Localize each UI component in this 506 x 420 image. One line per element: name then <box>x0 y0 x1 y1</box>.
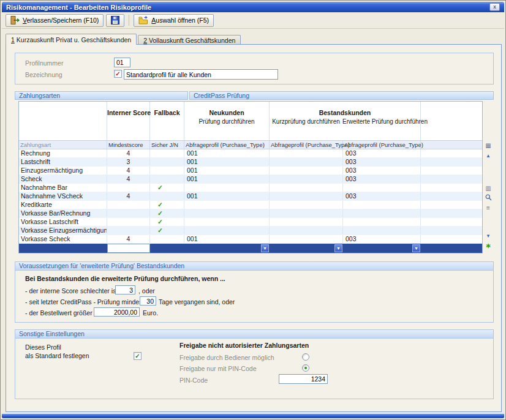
cell-name: Scheck <box>19 175 107 183</box>
cell-kurz <box>270 158 343 166</box>
table-row[interactable]: Scheck 4 001 003 <box>19 175 482 184</box>
cell-score: 4 <box>107 167 150 174</box>
cell-score: 3 <box>107 158 150 166</box>
subcol-mindestscore: Mindestscore <box>107 141 150 149</box>
cell-name: Vorkasse Einzugsermächtigung <box>19 227 107 234</box>
col-neukunden-sub: Prüfung durchführen <box>184 118 269 125</box>
score-threshold-input[interactable] <box>115 285 135 294</box>
cell-fallback: ✓ <box>150 201 184 209</box>
cell-fallback <box>150 235 184 243</box>
close-icon: x <box>493 4 496 10</box>
payment-grid-section: Zahlungsarten CreditPass Prüfung Interne… <box>15 91 494 255</box>
conditions-section: Voraussetzungen für 'erweiterte Prüfung'… <box>15 261 494 323</box>
close-button[interactable]: x <box>489 3 500 11</box>
cell-fallback: ✓ <box>150 209 184 217</box>
table-row[interactable]: Vorkasse Lastschrift ✓ <box>19 218 482 227</box>
cell-neu: 001 <box>184 167 270 174</box>
bezeichnung-input[interactable] <box>124 69 278 80</box>
bezeichnung-check-icon[interactable]: ✓ <box>114 70 122 78</box>
settings-section: Sonstige Einstellungen Dieses Profil als… <box>15 329 494 399</box>
col-fallback: Fallback <box>150 109 184 116</box>
tab-bar: 1Kurzauskunft Privat u. Geschäftskunden … <box>6 34 500 45</box>
cell-kurz <box>270 201 343 209</box>
cell-kurz <box>270 167 343 174</box>
sort-icon: ≡ <box>486 204 490 211</box>
cell-neu <box>184 227 270 234</box>
cell-neu: 001 <box>184 192 270 200</box>
table-menu-button[interactable]: ▦ <box>483 141 493 149</box>
conditions-intro: Bei Bestandskunden die erweiterte Prüfun… <box>25 275 225 282</box>
down-arrow-icon: ▼ <box>486 233 491 239</box>
order-value-input[interactable] <box>94 307 140 317</box>
cell-name: Vorkasse Bar/Rechnung <box>19 209 107 217</box>
cell-fallback <box>150 192 184 200</box>
table-row[interactable]: Nachnahme VScheck 4 001 003 <box>19 192 482 201</box>
table-row[interactable]: Vorkasse Bar/Rechnung ✓ <box>19 209 482 218</box>
cell-score <box>107 209 150 217</box>
save-button[interactable] <box>106 14 124 27</box>
cell-score <box>107 218 150 226</box>
title-bar: Risikomanagement - Bearbeiten Risikoprof… <box>2 2 504 12</box>
pin-code-label: PIN-Code <box>179 377 208 384</box>
search-button[interactable] <box>483 193 493 202</box>
table-row[interactable]: Vorkasse Scheck 4 001 003 <box>19 235 482 244</box>
col-kurzpruefung-sub: Kurzprüfung durchführen <box>270 118 342 125</box>
search-icon <box>485 194 492 202</box>
zahlungsarten-header: Zahlungsarten <box>15 91 188 100</box>
dropdown-button-kurz[interactable]: ▼ <box>334 244 342 252</box>
scroll-up-button[interactable]: ▲ <box>483 151 493 160</box>
cell-neu <box>184 201 270 209</box>
pin-release-radio[interactable] <box>302 364 309 372</box>
cell-erw: 003 <box>343 192 421 200</box>
table-row-selected[interactable]: ▼ ▼ ▼ <box>19 244 482 253</box>
subcol-abfrageprofil-kurz: Abfrageprofil (Purchase_Type) <box>270 141 343 149</box>
toolbar: Verlassen/Speichern (F10) Auswahl öffnen… <box>2 12 504 29</box>
table-row[interactable]: Rechnung 4 001 003 <box>19 149 482 158</box>
cell-score <box>107 201 150 209</box>
columns-button[interactable]: ▥ <box>483 184 493 192</box>
sort-button[interactable]: ≡ <box>483 203 493 212</box>
cell-kurz <box>270 209 343 217</box>
table-row[interactable]: Lastschrift 3 001 003 <box>19 158 482 167</box>
profile-group: Profilnummer Bezeichnung ✓ <box>15 53 494 84</box>
table-row[interactable]: Einzugsermächtigung 4 001 003 <box>19 167 482 175</box>
subcol-abfrageprofil-erw: Abfrageprofil (Purchase_Type) <box>343 141 421 149</box>
col-neukunden: Neukunden <box>184 109 269 116</box>
save-exit-button[interactable]: Verlassen/Speichern (F10) <box>6 14 104 27</box>
tab-kurzauskunft[interactable]: 1Kurzauskunft Privat u. Geschäftskunden <box>6 34 137 45</box>
columns-icon: ▥ <box>485 185 491 192</box>
exit-door-icon <box>10 16 20 24</box>
table-row[interactable]: Kreditkarte ✓ <box>19 201 482 209</box>
cell-erw: 003 <box>343 167 421 174</box>
days-threshold-input[interactable] <box>140 296 156 306</box>
subcol-zahlungsart: Zahlungsart <box>19 141 107 149</box>
open-folder-icon <box>138 16 148 24</box>
conditions-header: Voraussetzungen für 'erweiterte Prüfung'… <box>15 262 493 271</box>
cell-name: Lastschrift <box>19 158 107 166</box>
window-bottom-bar <box>2 414 504 418</box>
subcol-abfrageprofil-neu: Abfrageprofil (Purchase_Type) <box>184 141 270 149</box>
cell-fallback <box>150 167 184 174</box>
cell-erw <box>343 184 421 192</box>
profilnummer-input[interactable] <box>114 58 130 67</box>
tab-vollauskunft[interactable]: 2Vollauskunft Geschäftskunden <box>138 35 241 45</box>
grid-edit-cell[interactable] <box>107 244 150 253</box>
default-profile-checkbox[interactable]: ✓ <box>134 352 142 360</box>
cell-name: Nachnahme VScheck <box>19 192 107 200</box>
table-header-groups: Interner Score Fallback Neukunden Prüfun… <box>19 102 482 141</box>
pin-code-input[interactable] <box>279 374 328 384</box>
asterisk-icon: ∗ <box>485 242 491 250</box>
table-row[interactable]: Vorkasse Einzugsermächtigung ✓ <box>19 227 482 235</box>
cell-score: 4 <box>107 192 150 200</box>
open-selection-button[interactable]: Auswahl öffnen (F5) <box>134 14 214 27</box>
scroll-down-button[interactable]: ▼ <box>483 231 493 240</box>
cell-neu <box>184 209 270 217</box>
operator-release-radio[interactable] <box>302 353 309 361</box>
floppy-icon <box>111 16 119 24</box>
dropdown-button-erw[interactable]: ▼ <box>412 244 420 252</box>
dropdown-button-neu[interactable]: ▼ <box>261 244 269 252</box>
cell-erw: 003 <box>343 175 421 183</box>
condition3-suffix: Euro. <box>143 309 158 317</box>
insert-row-button[interactable]: ∗ <box>483 241 493 250</box>
table-row[interactable]: Nachnahme Bar ✓ <box>19 184 482 192</box>
